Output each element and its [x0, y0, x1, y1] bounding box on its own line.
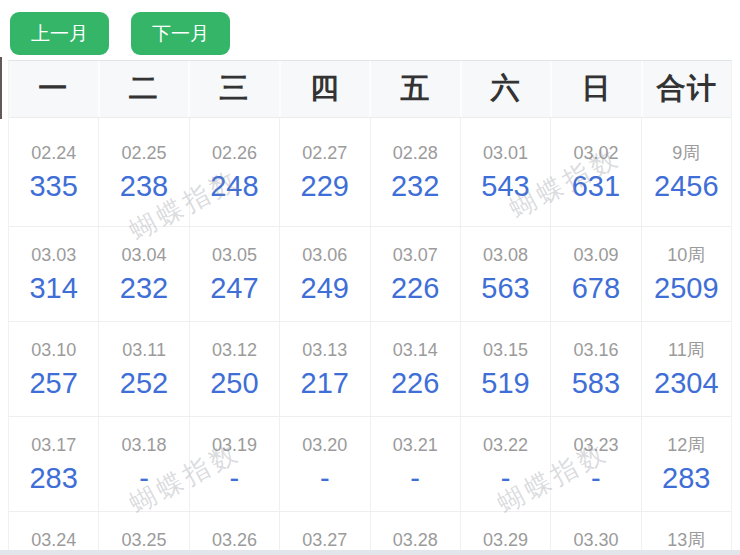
day-value: 543	[481, 170, 529, 203]
day-value: 563	[481, 272, 529, 305]
date-label: 03.03	[31, 244, 76, 266]
day-cell: 02.27229	[280, 118, 370, 226]
day-cell: 03.07226	[371, 227, 461, 321]
day-cell: 03.05247	[190, 227, 280, 321]
day-cell: 03.10257	[9, 322, 99, 416]
day-value: 232	[391, 170, 439, 203]
day-cell: 02.28232	[371, 118, 461, 226]
day-cell: 03.15519	[461, 322, 551, 416]
next-month-button[interactable]: 下一月	[131, 12, 230, 55]
date-label: 03.28	[393, 529, 438, 551]
day-value: -	[230, 462, 240, 495]
column-header: 三	[190, 61, 281, 117]
day-value: 631	[572, 170, 620, 203]
date-label: 03.20	[302, 434, 347, 456]
week-total-value: 283	[662, 462, 710, 495]
day-value: 283	[29, 462, 77, 495]
day-cell: 03.03314	[9, 227, 99, 321]
day-value: 226	[391, 367, 439, 400]
date-label: 03.30	[573, 529, 618, 551]
table-row: 03.1728303.18-03.19-03.20-03.21-03.22-03…	[9, 417, 731, 512]
day-cell: 03.18-	[99, 417, 189, 511]
date-label: 03.16	[573, 339, 618, 361]
day-cell: 03.21-	[371, 417, 461, 511]
table-header-row: 一二三四五六日合计	[9, 61, 731, 118]
date-label: 03.07	[393, 244, 438, 266]
day-cell: 03.01543	[461, 118, 551, 226]
date-label: 03.21	[393, 434, 438, 456]
day-value: 238	[120, 170, 168, 203]
date-label: 03.13	[302, 339, 347, 361]
day-cell: 03.04232	[99, 227, 189, 321]
date-label: 03.24	[31, 529, 76, 551]
date-label: 03.22	[483, 434, 528, 456]
day-value: 335	[29, 170, 77, 203]
date-label: 03.15	[483, 339, 528, 361]
day-cell: 03.30	[551, 512, 641, 555]
day-cell: 03.09678	[551, 227, 641, 321]
week-total-cell: 9周2456	[642, 118, 731, 226]
day-value: 257	[29, 367, 77, 400]
weekly-stats-table: 一二三四五六日合计 02.2433502.2523802.2624802.272…	[8, 60, 732, 555]
table-row: 03.2403.2503.2603.2703.2803.2903.3013周	[9, 512, 731, 555]
date-label: 03.02	[573, 142, 618, 164]
date-label: 03.18	[122, 434, 167, 456]
day-cell: 03.19-	[190, 417, 280, 511]
date-label: 03.11	[122, 339, 166, 361]
prev-month-button[interactable]: 上一月	[10, 12, 109, 55]
day-value: 229	[301, 170, 349, 203]
column-header: 五	[371, 61, 462, 117]
week-number-label: 11周	[668, 339, 705, 361]
day-cell: 03.29	[461, 512, 551, 555]
day-cell: 03.12250	[190, 322, 280, 416]
date-label: 03.17	[31, 434, 76, 456]
week-number-label: 10周	[667, 244, 705, 266]
date-label: 03.06	[302, 244, 347, 266]
day-value: 583	[572, 367, 620, 400]
day-value: 247	[210, 272, 258, 305]
day-cell: 03.28	[371, 512, 461, 555]
weekly-index-calendar-page: 上一月 下一月 一二三四五六日合计 02.2433502.2523802.262…	[0, 0, 740, 555]
date-label: 03.05	[212, 244, 257, 266]
day-value: 678	[572, 272, 620, 305]
day-value: 217	[301, 367, 349, 400]
week-total-cell: 13周	[642, 512, 731, 555]
bottom-edge-bar	[0, 550, 740, 555]
day-value: 226	[391, 272, 439, 305]
day-cell: 03.25	[99, 512, 189, 555]
day-cell: 03.02631	[551, 118, 641, 226]
day-cell: 03.11252	[99, 322, 189, 416]
table-row: 03.1025703.1125203.1225003.1321703.14226…	[9, 322, 731, 417]
date-label: 03.26	[212, 529, 257, 551]
date-label: 03.14	[393, 339, 438, 361]
date-label: 03.27	[302, 529, 347, 551]
week-total-cell: 11周2304	[642, 322, 731, 416]
day-value: -	[591, 462, 601, 495]
day-cell: 02.26248	[190, 118, 280, 226]
day-cell: 03.24	[9, 512, 99, 555]
week-total-value: 2456	[654, 170, 719, 203]
date-label: 03.29	[483, 529, 528, 551]
day-value: -	[410, 462, 420, 495]
table-row: 03.0331403.0423203.0524703.0624903.07226…	[9, 227, 731, 322]
day-cell: 03.06249	[280, 227, 370, 321]
day-cell: 03.08563	[461, 227, 551, 321]
column-header: 一	[9, 61, 100, 117]
date-label: 03.12	[212, 339, 257, 361]
date-label: 02.28	[393, 142, 438, 164]
day-cell: 03.13217	[280, 322, 370, 416]
day-cell: 02.24335	[9, 118, 99, 226]
day-cell: 03.27	[280, 512, 370, 555]
month-nav-toolbar: 上一月 下一月	[10, 12, 230, 55]
day-value: 250	[210, 367, 258, 400]
week-number-label: 9周	[672, 142, 700, 164]
week-total-cell: 12周283	[642, 417, 731, 511]
column-header: 合计	[643, 61, 732, 117]
day-cell: 02.25238	[99, 118, 189, 226]
day-value: 314	[29, 272, 77, 305]
day-value: -	[139, 462, 149, 495]
date-label: 02.26	[212, 142, 257, 164]
week-total-value: 2304	[654, 367, 719, 400]
column-header: 日	[552, 61, 643, 117]
date-label: 03.19	[212, 434, 257, 456]
